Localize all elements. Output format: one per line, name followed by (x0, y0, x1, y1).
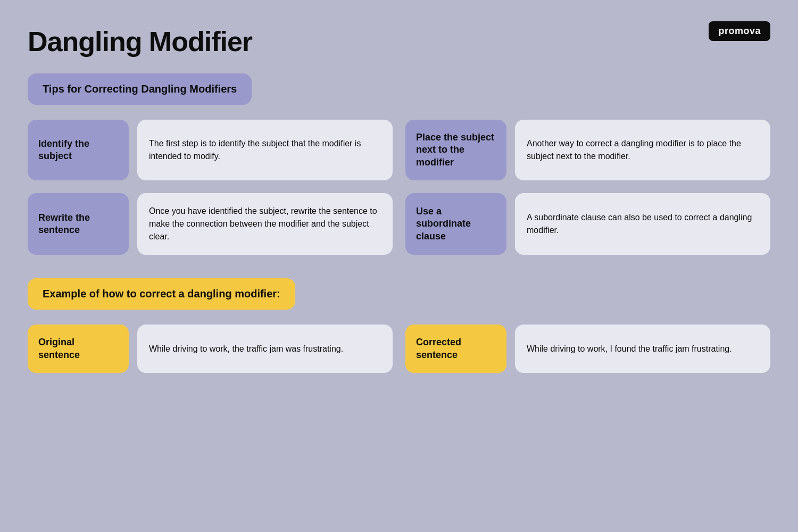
tip-row-subordinate: Use a subordinate clause A subordinate c… (405, 193, 770, 255)
tip-text-subordinate: A subordinate clause can also be used to… (515, 193, 770, 255)
example-text-original: While driving to work, the traffic jam w… (137, 325, 393, 373)
example-label-corrected: Corrected sentence (405, 325, 506, 373)
tip-text-rewrite: Once you have identified the subject, re… (137, 193, 393, 255)
tip-label-rewrite: Rewrite the sentence (28, 193, 129, 255)
tip-label-place: Place the subject next to the modifier (405, 120, 506, 180)
example-grid: Original sentence While driving to work,… (28, 325, 770, 373)
page-title: Dangling Modifier (0, 0, 798, 57)
tip-text-place: Another way to correct a dangling modifi… (515, 120, 770, 180)
tip-row-identify: Identify the subject The first step is t… (28, 120, 393, 180)
promova-logo: promova (709, 21, 770, 41)
main-content: Tips for Correcting Dangling Modifiers I… (0, 57, 798, 373)
example-row-original: Original sentence While driving to work,… (28, 325, 393, 373)
example-text-corrected: While driving to work, I found the traff… (515, 325, 770, 373)
tip-row-place: Place the subject next to the modifier A… (405, 120, 770, 180)
tip-label-subordinate: Use a subordinate clause (405, 193, 506, 255)
tips-section-header: Tips for Correcting Dangling Modifiers (28, 73, 252, 105)
tip-row-rewrite: Rewrite the sentence Once you have ident… (28, 193, 393, 255)
example-row-corrected: Corrected sentence While driving to work… (405, 325, 770, 373)
example-label-original: Original sentence (28, 325, 129, 373)
example-section-header: Example of how to correct a dangling mod… (28, 278, 295, 310)
tips-grid: Identify the subject The first step is t… (28, 120, 770, 255)
tip-label-identify: Identify the subject (28, 120, 129, 180)
tip-text-identify: The first step is to identify the subjec… (137, 120, 393, 180)
